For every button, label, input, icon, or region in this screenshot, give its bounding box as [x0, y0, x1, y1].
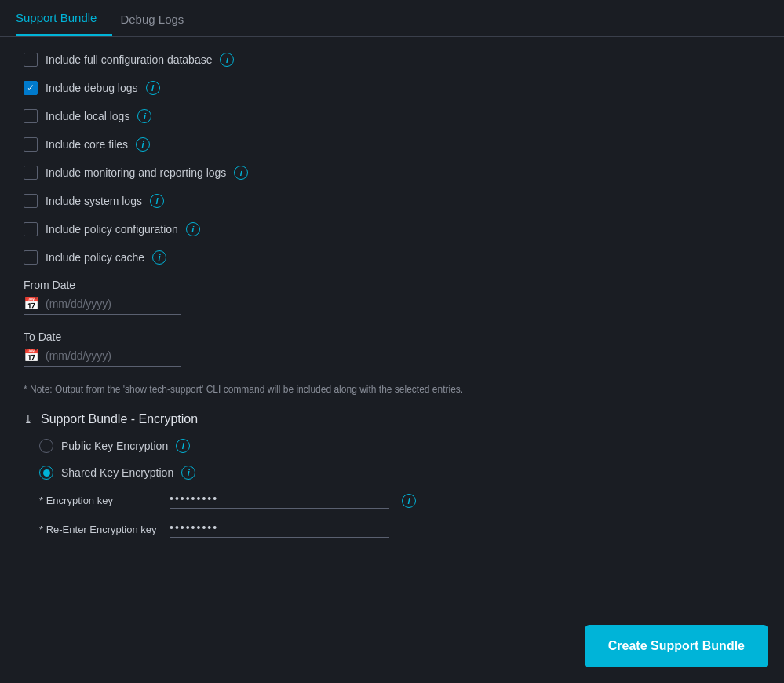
checkbox-label-monitoring-logs: Include monitoring and reporting logs [46, 166, 226, 179]
checkbox-debug-logs[interactable] [24, 81, 38, 95]
radio-shared-key[interactable] [39, 466, 53, 480]
note-text: * Note: Output from the 'show tech-suppo… [24, 382, 760, 396]
checkbox-label-core-files: Include core files [46, 138, 128, 151]
info-icon-full-config-db[interactable]: i [220, 53, 234, 67]
checkbox-row: Include core filesi [24, 137, 760, 152]
checkbox-core-files[interactable] [24, 137, 38, 152]
field-input-wrapper-encryption-key[interactable] [170, 492, 389, 509]
checkbox-monitoring-logs[interactable] [24, 166, 38, 180]
chevron-icon[interactable]: ⤓ [24, 413, 33, 426]
tab-debug-logs[interactable]: Debug Logs [120, 2, 199, 35]
checkbox-policy-config[interactable] [24, 222, 38, 236]
tab-support-bundle[interactable]: Support Bundle [16, 0, 112, 36]
from-date-label: From Date [24, 279, 760, 291]
tabs-container: Support Bundle Debug Logs [0, 0, 784, 37]
to-date-label: To Date [24, 331, 760, 343]
to-date-input-wrapper[interactable]: 📅 (mm/dd/yyyy) [24, 348, 181, 367]
from-date-section: From Date 📅 (mm/dd/yyyy) [24, 279, 760, 315]
field-row: * Re-Enter Encryption key [39, 521, 760, 538]
info-icon-policy-config[interactable]: i [186, 222, 200, 236]
from-date-input-row: 📅 (mm/dd/yyyy) [24, 296, 760, 315]
info-icon-system-logs[interactable]: i [150, 194, 164, 208]
field-label-encryption-key: * Encryption key [39, 495, 157, 506]
radio-list: Public Key EncryptioniShared Key Encrypt… [24, 439, 760, 480]
info-icon-debug-logs[interactable]: i [146, 81, 160, 95]
info-icon-shared-key[interactable]: i [181, 466, 195, 480]
checkbox-row: Include policy cachei [24, 250, 760, 265]
info-icon-core-files[interactable]: i [136, 137, 150, 152]
checkbox-system-logs[interactable] [24, 194, 38, 208]
radio-label-shared-key: Shared Key Encryption [61, 466, 173, 479]
encryption-title: Support Bundle - Encryption [41, 412, 198, 426]
checkbox-label-policy-cache: Include policy cache [46, 251, 144, 264]
checkbox-local-logs[interactable] [24, 109, 38, 123]
info-icon-encryption-key[interactable]: i [402, 494, 416, 508]
checkbox-label-full-config-db: Include full configuration database [46, 53, 212, 66]
encryption-header: ⤓ Support Bundle - Encryption [24, 412, 760, 426]
radio-row: Shared Key Encryptioni [39, 466, 760, 480]
checkbox-row: Include local logsi [24, 109, 760, 123]
create-support-bundle-button[interactable]: Create Support Bundle [585, 625, 768, 667]
radio-row: Public Key Encryptioni [39, 439, 760, 453]
to-date-placeholder: (mm/dd/yyyy) [46, 349, 111, 362]
field-row: * Encryption keyi [39, 492, 760, 509]
radio-public-key[interactable] [39, 439, 53, 453]
checkbox-label-system-logs: Include system logs [46, 195, 142, 207]
checkbox-row: Include monitoring and reporting logsi [24, 166, 760, 180]
checkbox-label-policy-config: Include policy configuration [46, 223, 178, 236]
to-date-section: To Date 📅 (mm/dd/yyyy) [24, 331, 760, 367]
checkbox-row: Include system logsi [24, 194, 760, 208]
checkbox-policy-cache[interactable] [24, 250, 38, 265]
field-input-encryption-key[interactable] [170, 492, 389, 505]
checkbox-label-debug-logs: Include debug logs [46, 82, 138, 94]
radio-label-public-key: Public Key Encryption [61, 440, 168, 452]
field-input-wrapper-re-enter-key[interactable] [170, 521, 389, 538]
checkbox-label-local-logs: Include local logs [46, 110, 129, 122]
field-label-re-enter-key: * Re-Enter Encryption key [39, 524, 157, 535]
field-input-re-enter-key[interactable] [170, 521, 389, 534]
info-icon-local-logs[interactable]: i [137, 109, 151, 123]
info-icon-monitoring-logs[interactable]: i [234, 166, 248, 180]
checkbox-list: Include full configuration databaseiIncl… [24, 53, 760, 265]
checkbox-row: Include policy configurationi [24, 222, 760, 236]
checkbox-row: Include debug logsi [24, 81, 760, 95]
to-calendar-icon[interactable]: 📅 [24, 348, 39, 363]
encryption-section: ⤓ Support Bundle - Encryption Public Key… [24, 412, 760, 538]
from-date-placeholder: (mm/dd/yyyy) [46, 298, 111, 310]
to-date-input-row: 📅 (mm/dd/yyyy) [24, 348, 760, 367]
from-calendar-icon[interactable]: 📅 [24, 296, 39, 311]
main-content: Include full configuration databaseiIncl… [0, 37, 784, 566]
from-date-input-wrapper[interactable]: 📅 (mm/dd/yyyy) [24, 296, 181, 315]
checkbox-full-config-db[interactable] [24, 53, 38, 67]
info-icon-policy-cache[interactable]: i [152, 250, 166, 265]
field-list: * Encryption keyi* Re-Enter Encryption k… [24, 492, 760, 538]
info-icon-public-key[interactable]: i [176, 439, 190, 453]
checkbox-row: Include full configuration databasei [24, 53, 760, 67]
